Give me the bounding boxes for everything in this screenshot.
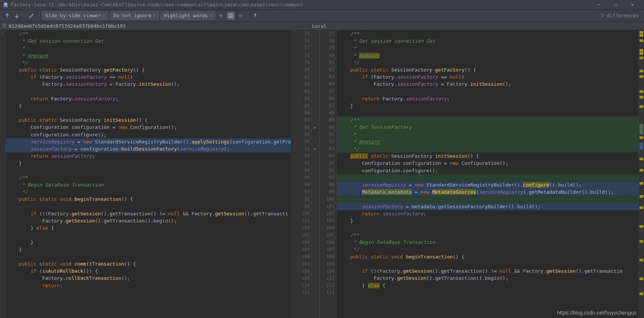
warning-marker[interactable] (640, 39, 643, 42)
warning-marker[interactable] (640, 96, 643, 99)
code-line[interactable]: public static SessionFactory initSession… (6, 116, 291, 124)
code-line[interactable]: } (337, 102, 638, 109)
warning-marker[interactable] (640, 57, 643, 59)
warning-marker[interactable] (640, 136, 643, 139)
code-line[interactable]: * Get SessionFactory (337, 124, 638, 131)
code-line[interactable] (6, 109, 291, 116)
warning-marker[interactable] (640, 225, 643, 228)
right-code-area[interactable]: /** * Get session connection Get * * @re… (337, 30, 638, 318)
code-line[interactable] (6, 88, 291, 95)
code-line[interactable]: * @return (6, 52, 291, 59)
maximize-button[interactable]: ☐ (607, 0, 624, 9)
warning-marker[interactable] (640, 259, 643, 261)
code-line[interactable]: return Factory.sessionFactory; (6, 95, 291, 102)
left-code-area[interactable]: /** * Get session connection Get * * @re… (6, 30, 291, 318)
code-line[interactable]: * Get session connection Get (6, 37, 291, 45)
warning-marker[interactable] (640, 240, 643, 243)
warning-marker[interactable] (640, 158, 643, 160)
insert-marker[interactable] (640, 124, 643, 134)
code-line[interactable]: return sessionFactory; (337, 210, 638, 217)
collapse-unchanged-icon[interactable] (217, 12, 225, 20)
prev-diff-button[interactable] (3, 12, 11, 20)
code-line[interactable]: configuration.configure(); (337, 167, 638, 174)
code-line[interactable]: Configuration configuration = new Config… (337, 160, 638, 167)
code-line[interactable]: if (!(Factory.getSession().getTransactio… (337, 267, 638, 275)
warning-marker[interactable] (640, 75, 643, 78)
code-line[interactable]: } (6, 102, 291, 109)
code-line[interactable]: } (6, 246, 291, 253)
code-line[interactable]: } else { (337, 282, 638, 289)
code-line[interactable]: * Get session connection Get (337, 37, 638, 45)
code-line[interactable]: * @return (337, 138, 638, 145)
code-line[interactable]: public static SessionFactory getFactory(… (6, 66, 291, 73)
code-line[interactable]: /** (337, 30, 638, 37)
code-line[interactable] (6, 203, 291, 210)
next-diff-button[interactable] (13, 12, 21, 20)
change-marker[interactable] (640, 143, 643, 149)
warning-marker[interactable] (640, 70, 643, 72)
warning-marker[interactable] (640, 34, 643, 37)
warning-marker[interactable] (640, 105, 643, 108)
warning-marker[interactable] (640, 195, 643, 198)
code-line[interactable]: */ (6, 59, 291, 66)
code-line[interactable]: } (6, 160, 291, 167)
code-line[interactable]: sessionFactory = configuration.buildSess… (6, 145, 291, 152)
left-editor[interactable]: ✓ /** * Get session connection Get * * @… (0, 30, 319, 318)
code-line[interactable]: } else { (6, 224, 291, 231)
edit-icon[interactable] (27, 12, 36, 20)
code-line[interactable]: * (337, 45, 638, 52)
code-line[interactable] (6, 253, 291, 260)
code-line[interactable]: /** (6, 174, 291, 181)
warning-marker[interactable] (640, 90, 643, 93)
sync-scroll-icon[interactable] (227, 12, 235, 20)
code-line[interactable]: Factory.rollbackTransaction(); (6, 275, 291, 282)
code-line[interactable]: * Begin DataBase Transaction (337, 239, 638, 246)
minimize-button[interactable]: ─ (591, 0, 607, 9)
close-button[interactable]: ✕ (624, 0, 641, 9)
ignore-mode-dropdown[interactable]: Do not ignore▾ (110, 11, 159, 20)
code-line[interactable]: Factory.sessionFactory = Factory.initSes… (6, 81, 291, 88)
merge-right-icon[interactable]: » (313, 146, 316, 152)
code-line[interactable]: public static SessionFactory initSession… (337, 152, 638, 160)
help-icon[interactable]: ? (251, 12, 259, 20)
code-line[interactable]: if (Factory.sessionFactory == null) (6, 73, 291, 81)
warning-marker[interactable] (640, 293, 643, 295)
merge-right-icon[interactable]: » (313, 124, 316, 130)
code-line[interactable]: public static void commitTransaction() { (6, 260, 291, 267)
code-line[interactable] (6, 231, 291, 239)
code-line[interactable]: Factory.getSession().getTransaction().be… (337, 275, 638, 282)
code-line[interactable] (337, 196, 638, 203)
code-line[interactable]: /** (337, 116, 638, 124)
code-line[interactable]: */ (337, 145, 638, 152)
warning-marker[interactable] (640, 49, 643, 52)
code-line[interactable]: */ (337, 59, 638, 66)
code-line[interactable]: sessionFactory = metadata.getSessionFact… (337, 203, 638, 210)
code-line[interactable]: return; (6, 282, 291, 289)
warning-marker[interactable] (640, 278, 643, 280)
code-line[interactable]: if (isAutoRollback()) { (6, 267, 291, 275)
warning-marker[interactable] (640, 31, 643, 34)
code-line[interactable]: /** (6, 30, 291, 37)
code-line[interactable] (337, 88, 638, 95)
code-line[interactable]: public static void beginTransaction() { (337, 253, 638, 260)
settings-icon[interactable] (236, 12, 245, 20)
code-line[interactable] (337, 109, 638, 116)
warning-marker[interactable] (640, 182, 643, 185)
warning-marker[interactable] (640, 52, 643, 55)
code-line[interactable]: Factory.sessionFactory = Factory.initSes… (337, 81, 638, 88)
code-line[interactable]: */ (337, 246, 638, 253)
code-line[interactable]: Factory.getSession().getTransaction().be… (6, 217, 291, 224)
right-overview-ruler[interactable] (638, 30, 644, 318)
code-line[interactable] (337, 174, 638, 181)
code-line[interactable]: if (!(Factory.getSession().getTransactio… (6, 210, 291, 217)
code-line[interactable]: * (6, 45, 291, 52)
code-line[interactable]: if (Factory.sessionFactory == null) (337, 73, 638, 81)
right-editor[interactable]: 7778798081828384858687888990919293949596… (319, 30, 644, 318)
code-line[interactable]: return sessionFactory; (6, 152, 291, 160)
code-line[interactable]: */ (6, 188, 291, 196)
code-line[interactable]: /** (337, 231, 638, 239)
code-line[interactable]: Metadata metadata = new MetadataSources(… (337, 188, 638, 196)
code-line[interactable] (337, 224, 638, 231)
warning-marker[interactable] (640, 206, 643, 209)
code-line[interactable] (6, 167, 291, 174)
